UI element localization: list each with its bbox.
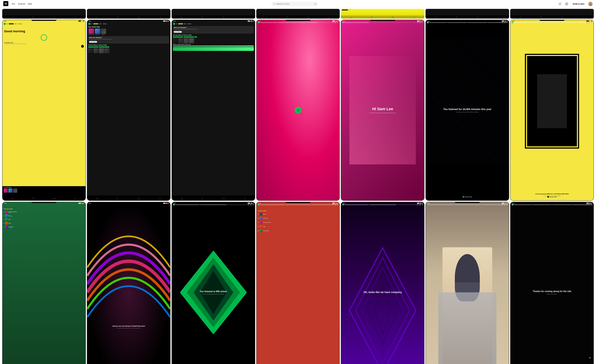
a805-sub: But one had a special place in your hear… [200,294,227,295]
phone-oh-looks: 9:41 ▋▋▋ 📶 ▐ ♫ ⏸ ⏭ ✕ [341,202,425,364]
wm-imgs [173,38,254,43]
ac-name-2: Gracie Abrams [95,34,100,35]
invite-earn-button[interactable]: Invite & earn [571,2,586,6]
bnav-home-p3[interactable]: ⌂Home [181,196,183,199]
ttp-1[interactable]: Top Tracks of 2024 Canada [88,46,98,48]
bnav-search-p2[interactable]: ⚲Search [117,196,119,199]
bookmark-icon [559,3,561,5]
avatar[interactable] [588,2,593,6]
bnav-search-p3[interactable]: ⚲Search [201,196,203,199]
share-label-7: Share this story [549,196,557,197]
logo-icon: M [3,1,8,6]
p3-wrapped[interactable]: Wrapped [178,23,183,24]
bnav-library-p3[interactable]: 𝄞Your Library [222,196,225,199]
phone-notch-10 [201,202,226,203]
ribbon-svg [87,202,170,364]
ta-row-3: 3 Rex Orange County [258,221,338,224]
top-tracks-title: The top artists & tracks of 2024 [88,44,169,46]
phone-top-songs-list: 9:41 ▋▋▋ 📶 ▐ Your top songs 1 BIRDS OF A… [2,202,86,364]
logo[interactable]: M [3,1,8,7]
ttp-2[interactable]: Top Artists of 2024 Canada [99,46,109,48]
story-header-7: ♫ ⏸ ⏭ ✕ [510,21,594,23]
search-icon [274,3,275,5]
bnav-library-p1[interactable]: 𝄞Your Library [52,196,56,199]
ta-content: Your top artists 1 Mk.gee 2 Omar Apollo [258,210,338,233]
wm-ask-btn[interactable]: Ask AI Playlist [174,31,182,33]
share-story-btn-6[interactable]: ♫ Share this story [462,196,472,198]
phone-notch-9 [116,202,141,203]
p2-wrapped[interactable]: Wrapped [94,23,98,24]
wm-pill-2[interactable]: Top Artists of 2024 Canada [184,36,194,38]
bottom-nav-library-4: 𝄞Your Library [307,16,310,18]
nav-web[interactable]: Web [28,3,32,5]
share-story-btn-7[interactable]: ♫ Share this story [547,196,557,198]
bottom-nav-create-1: + Create [75,16,76,18]
bnav-home-p1[interactable]: ⌂Home [12,196,14,199]
svg-text:M: M [5,2,7,5]
scroll-to-top-button[interactable] [587,355,593,361]
phone-notch-4 [285,20,311,21]
p3-music[interactable]: Music [183,23,186,24]
phone-good-morning: 9:41 ▋▋▋ 📶 ▐ S All Wrapped Music Podcast… [2,20,86,201]
want-more-screen: Want more Wrapped? Turn your best moment… [172,20,255,201]
pill-wrapped[interactable]: Wrapped [9,23,14,24]
bnav-library-p2[interactable]: 𝄞Your Library [137,196,141,199]
search-bar[interactable] [271,2,319,6]
svg-point-5 [315,4,316,4]
nav-android[interactable]: Android [18,3,25,5]
progress-bar-14 [512,205,592,205]
ta-name-1: Mk.gee [263,214,266,215]
main-content: ⌂ Home ⚲ Search 𝄞 Your Library + Create [0,8,596,364]
p3-podcasts[interactable]: Podcasts [187,23,192,24]
phone-notch-14 [540,202,565,203]
ac-img-2 [95,29,100,34]
progress-bar-7 [512,22,592,23]
ac-artist-2: Gracie Abrams [95,29,100,35]
ts-rank-5: 5 [4,226,5,228]
805-text-overlay: You listened to 805 artists But one had … [172,202,255,364]
bnav-create-p2[interactable]: +Create [159,196,161,199]
thanks-sub: Until we meet again... [533,293,571,295]
jan-title: January was your Boujee Football Rap pha… [89,325,168,327]
s12-seg-1 [342,205,369,205]
bottom-nav-home-7: ⌂Home [520,16,521,18]
ta-row-1: 1 Mk.gee [258,212,338,216]
s13-seg-3 [481,205,508,205]
p2-music[interactable]: Music [98,23,102,24]
bottom-nav-library-5: 𝄞Your Library [391,16,394,18]
person-bg [426,202,509,364]
ask-ai-btn[interactable]: Ask AI Playlist [89,41,97,43]
wm-pill-3[interactable]: Top [194,36,197,38]
clip-thumb-1 [4,188,8,193]
pill-all[interactable]: All [6,23,8,24]
s10-seg-3 [227,205,254,205]
p2-podcasts[interactable]: Podcasts [102,23,107,24]
bnav-create-p3[interactable]: +Create [244,196,246,199]
p3-all[interactable]: All [176,23,178,24]
wm-pill-1[interactable]: Top Tracks of 2024 Canada [173,36,183,38]
ts-rank-3: 3 [4,219,5,220]
bnav-create-p1[interactable]: +Create [74,196,76,199]
top-songs-screen: Your top songs 1 BIRDS OF A FEATHER Bill… [2,202,86,364]
bottom-nav-search-3: ⚲Search [201,16,203,18]
p2-all[interactable]: All [91,23,93,24]
ts-title: Your top songs [4,208,84,210]
center-logo: ♫ [295,107,301,114]
bookmark-button[interactable] [558,2,562,6]
signal-1: ▋▋▋ [79,21,81,22]
bottom-nav-search-4: ⚲Search [286,16,288,18]
search-input[interactable] [276,3,313,5]
play-button[interactable]: ▶ [81,45,84,48]
pill-podcasts[interactable]: Podcasts [18,23,22,24]
user-circle-button[interactable] [564,2,569,6]
nav-ios[interactable]: iOS [12,3,15,5]
wm-title: Want more Wrapped? [174,27,253,28]
bnav-home-p2[interactable]: ⌂Home [96,196,98,199]
partial-card-1: ⌂ Home ⚲ Search 𝄞 Your Library + Create [2,9,86,19]
phone-notch-1 [32,20,57,21]
bnav-search-p1[interactable]: ⚲Search [32,196,34,199]
phone-notch-8 [32,202,57,203]
pill-music[interactable]: Music [14,23,17,24]
jan-subtitle: You were really into artists like Drake,… [89,328,168,328]
partial-card-2: ⌂Home ⚲Search 𝄞Your Library +Create [87,9,171,19]
